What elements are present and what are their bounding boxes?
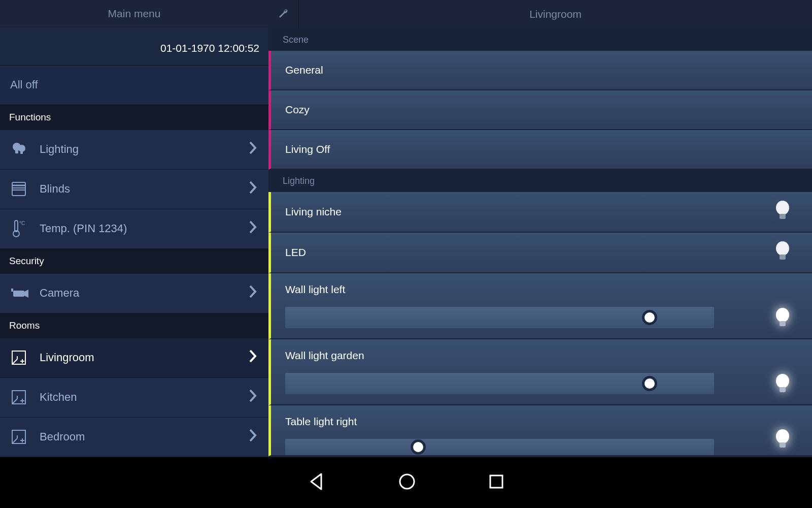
bulb-icon[interactable] [773, 428, 792, 453]
main-panel: Livingroom Scene General Cozy Living Off… [268, 0, 812, 457]
sidebar-item-bedroom[interactable]: Bedroom [0, 418, 268, 457]
sidebar-item-lighting[interactable]: Lighting [0, 130, 268, 170]
sidebar-item-label: Bedroom [36, 430, 248, 443]
chevron-right-icon [248, 348, 258, 367]
slider-thumb[interactable] [642, 310, 657, 325]
sidebar-item-kitchen[interactable]: Kitchen [0, 378, 268, 418]
light-table-right[interactable]: Table light right [268, 405, 812, 456]
svg-rect-3 [20, 151, 23, 154]
sidebar: Main menu 01-01-1970 12:00:52 All off Fu… [0, 0, 268, 457]
slider-thumb[interactable] [411, 439, 426, 455]
chevron-right-icon [248, 140, 258, 158]
sidebar-title: Main menu [0, 0, 268, 28]
sidebar-item-livingroom[interactable]: Livingroom [0, 338, 268, 378]
svg-rect-4 [12, 182, 25, 196]
android-navbar [0, 457, 812, 508]
slider-thumb[interactable] [642, 376, 657, 391]
svg-point-23 [776, 374, 789, 388]
scene-living-off[interactable]: Living Off [268, 130, 812, 170]
sidebar-item-label: Kitchen [36, 391, 248, 404]
room-icon [10, 349, 36, 366]
bulb-icon[interactable] [773, 200, 792, 224]
light-slider[interactable] [285, 373, 714, 394]
sidebar-item-blinds[interactable]: Blinds [0, 170, 268, 209]
sidebar-item-camera[interactable]: Camera [0, 274, 268, 313]
light-wall-garden[interactable]: Wall light garden [268, 339, 812, 405]
section-security: Security [0, 249, 268, 274]
svg-rect-9 [15, 220, 18, 232]
light-led[interactable]: LED [268, 233, 812, 273]
nav-back-button[interactable] [307, 472, 326, 493]
svg-point-17 [776, 201, 789, 215]
svg-point-25 [776, 429, 789, 443]
sidebar-item-label: Lighting [36, 143, 248, 156]
scene-label: Cozy [285, 104, 310, 116]
bulb-icon[interactable] [773, 373, 792, 397]
svg-rect-22 [780, 321, 786, 326]
light-slider[interactable] [285, 307, 714, 328]
chevron-right-icon [248, 284, 258, 302]
main-title: Livingroom [299, 8, 812, 20]
section-functions: Functions [0, 105, 268, 130]
sidebar-item-temperature[interactable]: °C Temp. (PIN 1234) [0, 209, 268, 249]
light-label: LED [285, 246, 798, 259]
all-off-button[interactable]: All off [0, 66, 268, 105]
svg-marker-13 [24, 290, 28, 298]
svg-text:°C: °C [19, 220, 25, 226]
camera-icon [10, 285, 36, 301]
chevron-right-icon [248, 388, 258, 406]
svg-point-27 [400, 474, 414, 489]
section-rooms: Rooms [0, 313, 268, 338]
sidebar-item-label: Temp. (PIN 1234) [36, 222, 248, 235]
nav-recents-button[interactable] [488, 473, 505, 492]
sidebar-item-label: Camera [36, 287, 248, 300]
light-label: Wall light left [285, 283, 798, 296]
svg-rect-12 [11, 289, 13, 292]
svg-rect-2 [15, 150, 18, 153]
light-living-niche[interactable]: Living niche [268, 192, 812, 233]
scene-label: Living Off [285, 143, 330, 155]
group-scene: Scene [268, 28, 812, 51]
chevron-right-icon [248, 219, 258, 238]
group-lighting: Lighting [268, 170, 812, 192]
svg-rect-28 [490, 475, 502, 488]
bulb-icon[interactable] [773, 240, 792, 265]
light-label: Table light right [285, 416, 798, 428]
sidebar-item-label: Livingroom [36, 351, 248, 364]
main-header: Livingroom [268, 0, 812, 28]
sidebar-item-label: Blinds [36, 182, 248, 196]
chevron-right-icon [248, 428, 258, 446]
thermometer-icon: °C [10, 218, 36, 239]
settings-button[interactable] [268, 0, 299, 28]
svg-rect-11 [13, 291, 24, 297]
svg-point-19 [776, 241, 789, 256]
scene-general[interactable]: General [268, 51, 812, 90]
datetime: 01-01-1970 12:00:52 [0, 28, 268, 66]
nav-home-button[interactable] [397, 472, 417, 493]
chevron-right-icon [248, 180, 258, 198]
wrench-icon [277, 7, 290, 22]
blinds-icon [10, 180, 36, 198]
svg-rect-24 [780, 387, 786, 392]
light-wall-left[interactable]: Wall light left [268, 273, 812, 339]
light-label: Living niche [285, 206, 798, 218]
scene-label: General [285, 64, 323, 76]
svg-rect-26 [780, 442, 786, 448]
room-icon [10, 428, 36, 446]
scene-cozy[interactable]: Cozy [268, 90, 812, 130]
room-icon [10, 389, 36, 406]
light-label: Wall light garden [285, 350, 798, 362]
svg-rect-20 [780, 255, 786, 260]
bulbs-icon [10, 140, 36, 158]
svg-point-21 [776, 308, 789, 322]
svg-point-1 [18, 145, 25, 152]
light-slider[interactable] [285, 439, 714, 455]
bulb-icon[interactable] [773, 307, 792, 331]
svg-rect-18 [780, 214, 786, 219]
